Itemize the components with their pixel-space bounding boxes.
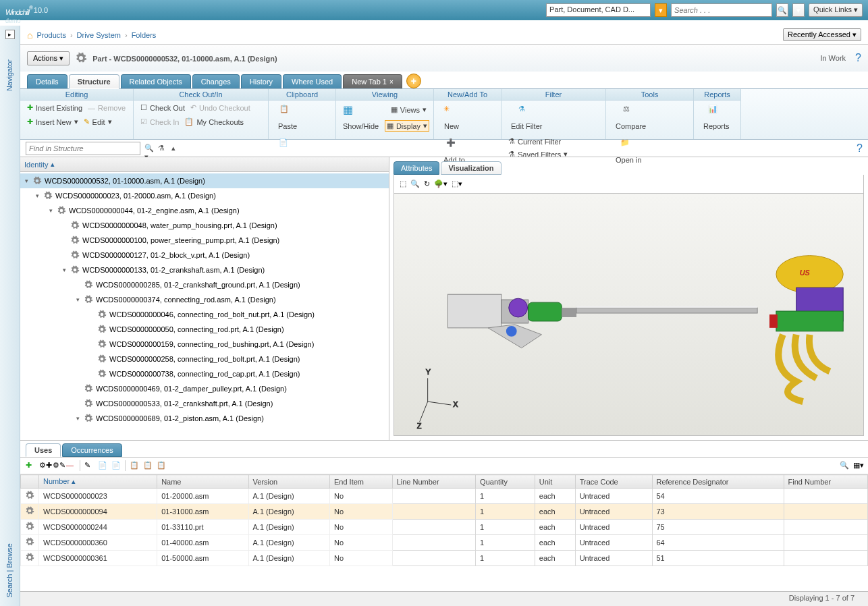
cell-ref-designator[interactable]: 64 [652, 535, 784, 551]
tree-row[interactable]: WCDS0000000100, power_steering_pump.prt,… [20, 233, 389, 248]
tab-details[interactable]: Details [27, 74, 67, 88]
cell-find-number[interactable] [784, 520, 868, 535]
grid-col-header[interactable]: Name [157, 475, 248, 489]
find-filter-icon[interactable]: ⚗ [158, 144, 167, 153]
expander-icon[interactable]: ▾ [74, 415, 81, 422]
paste-button[interactable]: 📋Paste [273, 102, 302, 133]
cell-unit[interactable]: each [535, 489, 575, 504]
tree-row[interactable]: ▾WCDS0000000023, 01-20000.asm, A.1 (Desi… [20, 188, 389, 203]
cell-find-number[interactable] [784, 535, 868, 551]
expander-icon[interactable]: ▾ [74, 296, 81, 303]
search-button[interactable]: 🔍 [776, 3, 788, 17]
tree-row[interactable]: WCDS0000000533, 01-2_crankshaft.prt, A.1… [20, 396, 389, 411]
navigator-label[interactable]: Navigator [5, 59, 13, 91]
tree-row[interactable]: WCDS0000000738, connecting_rod_cap.prt, … [20, 366, 389, 381]
expander-icon[interactable]: ▾ [23, 177, 30, 184]
grid-doc-icon[interactable]: 📄 [98, 461, 107, 470]
tree-body[interactable]: ▾WCDS0000000532, 01-10000.asm, A.1 (Desi… [20, 172, 389, 440]
cell-quantity[interactable]: 1 [476, 489, 535, 504]
new-button[interactable]: ✳New [438, 102, 465, 133]
find-in-structure-input[interactable] [26, 142, 140, 155]
cell-trace-code[interactable]: Untraced [575, 489, 652, 504]
tab-where-used[interactable]: Where Used [283, 74, 342, 88]
edit-filter-button[interactable]: ⚗Edit Filter [506, 102, 547, 133]
views-button[interactable]: ▦ Views ▾ [388, 102, 429, 117]
grid-copy-icon[interactable]: 📋 [130, 461, 139, 470]
grid-options-icon[interactable]: ▦▾ [853, 461, 863, 470]
close-icon[interactable]: × [389, 78, 394, 86]
tree-row[interactable]: ▾WCDS0000000133, 01-2_crankshaft.asm, A.… [20, 263, 389, 277]
reports-button[interactable]: 📊Reports [698, 102, 735, 133]
cell-line-number[interactable] [392, 489, 475, 504]
remove-button[interactable]: — Remove [85, 102, 128, 113]
grid-col-header[interactable]: Trace Code [575, 475, 652, 489]
uses-grid[interactable]: Number ▴NameVersionEnd ItemLine NumberQu… [20, 474, 868, 591]
grid-col-header[interactable]: Number ▴ [39, 475, 157, 489]
scope-dropdown[interactable]: Part, Document, CAD D... [546, 3, 651, 17]
cell-trace-code[interactable]: Untraced [575, 551, 652, 566]
home-icon[interactable]: ⌂ [27, 30, 32, 40]
viz-zoom-icon[interactable]: 🔍 [410, 180, 420, 188]
grid-add-icon[interactable]: ✚ [26, 461, 35, 470]
tab-structure[interactable]: Structure [69, 74, 119, 89]
breadcrumb-drive-system[interactable]: Drive System [77, 31, 121, 39]
viz-select-icon[interactable]: ⬚▾ [452, 180, 462, 188]
grid-col-header[interactable] [21, 475, 39, 489]
grid-col-header[interactable]: Quantity [476, 475, 535, 489]
find-binoculars-icon[interactable]: 🔍▾ [144, 144, 154, 153]
check-out-button[interactable]: ☐ Check Out [138, 102, 188, 113]
cell-trace-code[interactable]: Untraced [575, 535, 652, 551]
cell-unit[interactable]: each [535, 520, 575, 535]
add-tab-button[interactable]: + [406, 74, 421, 88]
undo-checkout-button[interactable]: ↶ Undo Checkout [188, 102, 253, 113]
cell-line-number[interactable] [392, 520, 475, 535]
cell-ref-designator[interactable]: 51 [652, 551, 784, 566]
tree-row[interactable]: WCDS0000000159, connecting_rod_bushing.p… [20, 337, 389, 352]
btab-uses[interactable]: Uses [26, 443, 61, 457]
viz-canvas[interactable]: US Y X Z [394, 194, 864, 436]
tree-row[interactable]: WCDS0000000046, connecting_rod_bolt_nut.… [20, 307, 389, 322]
grid-col-header[interactable]: Find Number [784, 475, 868, 489]
table-row[interactable]: WCDS0000000023 01-20000.asm A.1 (Design)… [21, 489, 868, 504]
cell-ref-designator[interactable]: 54 [652, 489, 784, 504]
edit-button[interactable]: ✎ Edit ▾ [81, 116, 115, 128]
grid-search-icon[interactable]: 🔍 [840, 461, 849, 470]
cell-trace-code[interactable]: Untraced [575, 520, 652, 535]
tree-row[interactable]: WCDS0000000285, 01-2_crankshaft_ground.p… [20, 277, 389, 292]
table-row[interactable]: WCDS0000000360 01-40000.asm A.1 (Design)… [21, 535, 868, 551]
expander-icon[interactable]: ▾ [34, 192, 40, 199]
show-hide-button[interactable]: Show/Hide [340, 120, 381, 132]
grid-col-header[interactable]: End Item [329, 475, 392, 489]
viz-zoom-area-icon[interactable]: ⬚ [400, 180, 406, 188]
table-row[interactable]: WCDS0000000361 01-50000.asm A.1 (Design)… [21, 551, 868, 566]
cell-find-number[interactable] [784, 551, 868, 566]
grid-doc2-icon[interactable]: 📄 [111, 461, 121, 470]
cell-unit[interactable]: each [535, 504, 575, 520]
viewing-icon[interactable]: ▦ [340, 102, 356, 117]
grid-paste-icon[interactable]: 📋 [143, 461, 153, 470]
btab-occurrences[interactable]: Occurrences [62, 443, 121, 457]
grid-insert-existing-icon[interactable]: ⚙✚ [39, 461, 49, 470]
cell-ref-designator[interactable]: 73 [652, 504, 784, 520]
table-row[interactable]: WCDS0000000244 01-33110.prt A.1 (Design)… [21, 520, 868, 535]
navigator-toggle-icon[interactable]: ▸ [5, 30, 15, 39]
tab-history[interactable]: History [241, 74, 281, 88]
tab-new-tab-1[interactable]: New Tab 1 × [343, 74, 402, 88]
tree-row[interactable]: ▾WCDS0000000689, 01-2_piston.asm, A.1 (D… [20, 411, 389, 426]
viz-tab-attributes[interactable]: Attributes [394, 161, 439, 175]
search-options-button[interactable]: ▾ [792, 3, 805, 17]
insert-new-button[interactable]: ✚ Insert New ▾ [24, 116, 81, 128]
cell-quantity[interactable]: 1 [476, 551, 535, 566]
cell-find-number[interactable] [784, 489, 868, 504]
recently-accessed-button[interactable]: Recently Accessed ▾ [783, 28, 861, 41]
cell-line-number[interactable] [392, 535, 475, 551]
actions-button[interactable]: Actions ▾ [27, 51, 70, 65]
quick-links-button[interactable]: Quick Links ▾ [809, 3, 863, 17]
viz-tab-visualization[interactable]: Visualization [441, 161, 501, 175]
my-checkouts-button[interactable]: 📋 My Checkouts [182, 116, 246, 128]
expander-icon[interactable]: ▾ [47, 207, 54, 214]
check-in-button[interactable]: ☑ Check In [138, 116, 182, 128]
tree-row[interactable]: ▾WCDS0000000044, 01-2_engine.asm, A.1 (D… [20, 203, 389, 218]
insert-existing-button[interactable]: ✚ Insert Existing [24, 102, 85, 113]
grid-paste2-icon[interactable]: 📋 [157, 461, 166, 470]
